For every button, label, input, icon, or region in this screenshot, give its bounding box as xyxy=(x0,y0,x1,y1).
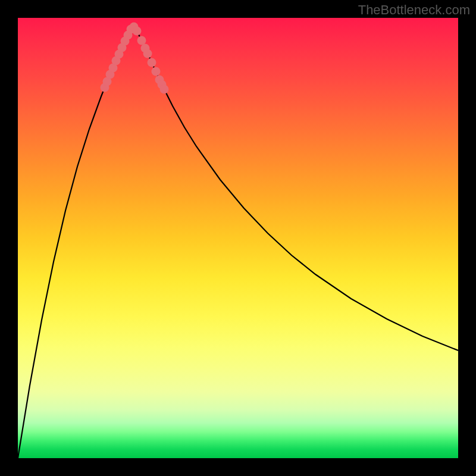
plot-area xyxy=(18,18,458,458)
data-dot xyxy=(160,85,169,94)
data-dot xyxy=(148,58,156,67)
data-dot xyxy=(143,49,152,58)
data-dot xyxy=(133,27,142,36)
chart-container: TheBottleneck.com xyxy=(0,0,476,476)
data-dot xyxy=(137,36,146,45)
watermark-text: TheBottleneck.com xyxy=(358,2,470,18)
dots-group xyxy=(101,23,169,94)
curve-right-branch xyxy=(134,27,458,350)
curve-group xyxy=(18,27,458,458)
curve-left-branch xyxy=(18,29,131,458)
data-dot xyxy=(152,67,161,76)
curve-svg xyxy=(18,18,458,458)
